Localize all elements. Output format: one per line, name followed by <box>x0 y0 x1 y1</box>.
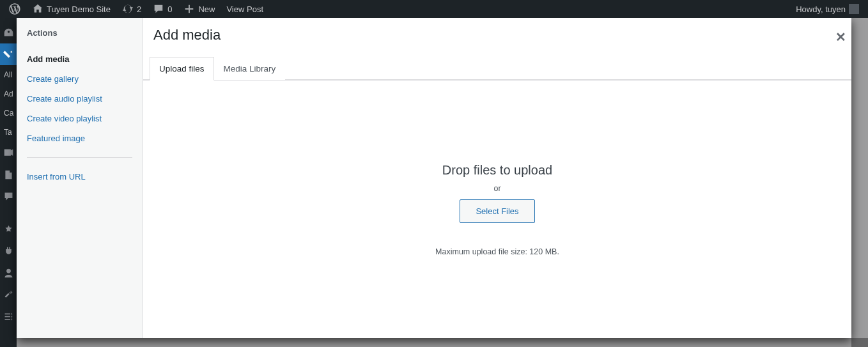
menu-posts[interactable] <box>0 43 17 65</box>
wp-logo[interactable] <box>5 3 24 15</box>
submenu-categories[interactable]: Ca <box>0 104 17 123</box>
update-icon <box>122 3 134 15</box>
howdy-text: Howdy, tuyen <box>796 4 846 14</box>
or-label: or <box>493 184 500 193</box>
menu-tools[interactable] <box>0 284 17 305</box>
action-create-gallery[interactable]: Create gallery <box>27 69 132 89</box>
media-sidebar: Actions Add media Create gallery Create … <box>17 18 143 338</box>
plus-icon <box>183 3 195 15</box>
new-content-link[interactable]: New <box>180 3 219 15</box>
action-create-audio-playlist[interactable]: Create audio playlist <box>27 89 132 109</box>
wordpress-icon <box>9 3 20 15</box>
close-icon: ✕ <box>835 30 846 44</box>
menu-pages[interactable] <box>0 164 17 185</box>
max-upload-hint: Maximum upload file size: 120 MB. <box>435 247 559 256</box>
view-post-label: View Post <box>226 4 263 14</box>
media-modal: Actions Add media Create gallery Create … <box>17 18 851 338</box>
menu-settings[interactable] <box>0 305 17 327</box>
comments-count: 0 <box>167 4 172 14</box>
action-insert-from-url[interactable]: Insert from URL <box>27 167 132 187</box>
media-title: Add media <box>153 18 221 56</box>
my-account-link[interactable]: Howdy, tuyen <box>792 4 863 14</box>
admin-bar: Tuyen Demo Site 2 0 New View Post Howdy,… <box>0 0 868 18</box>
comments-link[interactable]: 0 <box>149 3 176 15</box>
view-post-link[interactable]: View Post <box>222 4 267 14</box>
submenu-add[interactable]: Ad <box>0 84 17 104</box>
action-featured-image[interactable]: Featured image <box>27 128 132 148</box>
site-name-link[interactable]: Tuyen Demo Site <box>28 3 114 15</box>
media-sidebar-heading: Actions <box>27 28 132 38</box>
comment-icon <box>153 3 164 15</box>
select-files-button[interactable]: Select Files <box>460 199 534 223</box>
submenu-tags[interactable]: Ta <box>0 123 17 142</box>
action-add-media[interactable]: Add media <box>27 49 132 69</box>
submenu-all[interactable]: All <box>0 65 17 84</box>
upload-dropzone[interactable]: Drop files to upload or Select Files Max… <box>143 81 851 338</box>
media-main: Add media ✕ Upload files Media Library D… <box>143 18 851 338</box>
tab-upload-files[interactable]: Upload files <box>150 57 214 81</box>
menu-appearance[interactable] <box>0 219 17 240</box>
drop-files-label: Drop files to upload <box>442 163 552 178</box>
avatar <box>849 4 859 14</box>
tab-media-library[interactable]: Media Library <box>214 57 286 81</box>
menu-users[interactable] <box>0 262 17 284</box>
close-button[interactable]: ✕ <box>830 27 851 47</box>
home-icon <box>32 3 43 15</box>
menu-dashboard[interactable] <box>0 22 17 43</box>
media-tabs: Upload files Media Library <box>143 56 851 81</box>
menu-plugins[interactable] <box>0 240 17 262</box>
action-create-video-playlist[interactable]: Create video playlist <box>27 109 132 128</box>
separator <box>27 157 132 158</box>
new-label: New <box>198 4 215 14</box>
updates-link[interactable]: 2 <box>118 3 145 15</box>
menu-media[interactable] <box>0 142 17 164</box>
admin-menu: All Ad Ca Ta <box>0 18 17 347</box>
updates-count: 2 <box>137 4 141 14</box>
menu-comments[interactable] <box>0 185 17 207</box>
site-name: Tuyen Demo Site <box>47 4 111 14</box>
